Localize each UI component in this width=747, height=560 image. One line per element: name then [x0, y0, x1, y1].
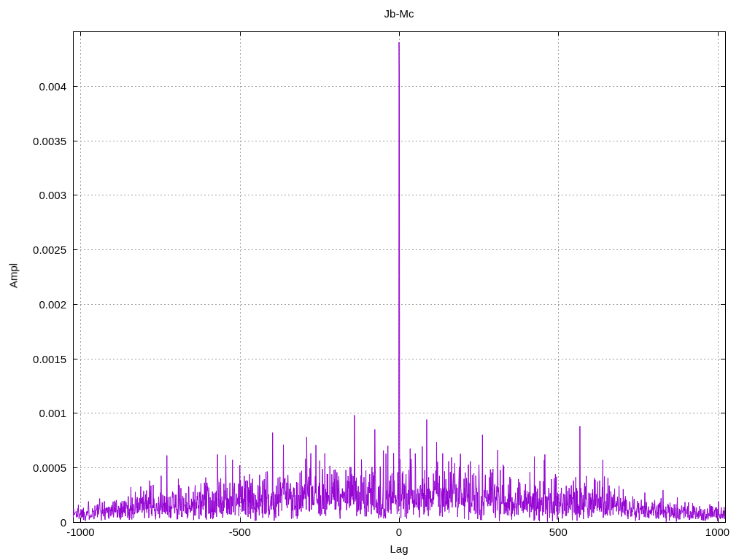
y-tick-label: 0.0015	[0, 353, 66, 365]
y-tick-label: 0.0025	[0, 244, 66, 256]
y-tick-label: 0.002	[0, 298, 66, 311]
plot-canvas	[0, 0, 747, 560]
chart-title: Jb-Mc	[384, 7, 414, 20]
x-tick-label: -500	[229, 526, 251, 538]
x-tick-label: 1000	[705, 526, 729, 538]
correlation-chart-window: Jb-Mc Lag Ampl -1000-50005001000 00.0005…	[0, 0, 747, 560]
x-tick-label: -1000	[66, 526, 94, 538]
y-axis-label: Ampl	[7, 263, 20, 288]
x-tick-label: 0	[396, 526, 402, 538]
x-tick-label: 500	[549, 526, 568, 538]
y-tick-label: 0.0005	[0, 462, 66, 474]
y-tick-label: 0.003	[0, 189, 66, 201]
y-tick-label: 0.004	[0, 80, 66, 93]
y-tick-label: 0.001	[0, 407, 66, 419]
x-axis-label: Lag	[390, 542, 408, 555]
y-tick-label: 0	[0, 516, 66, 529]
y-tick-label: 0.0035	[0, 135, 66, 147]
